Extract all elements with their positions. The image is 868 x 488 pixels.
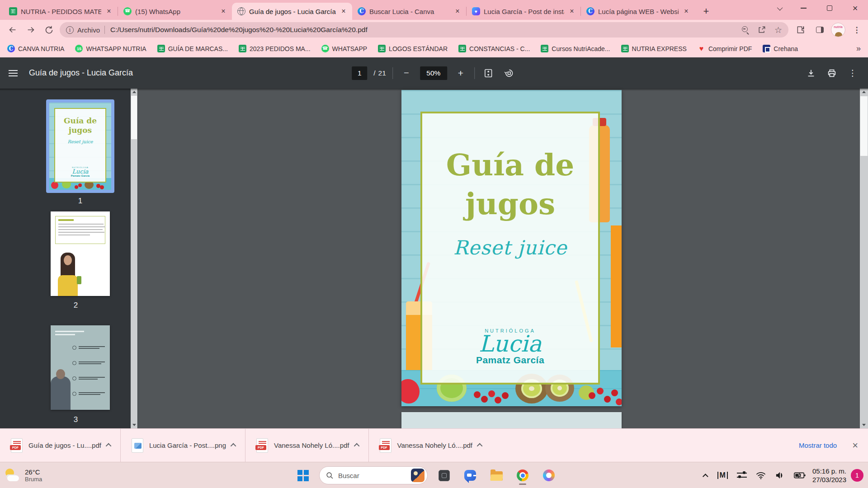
- thumbnail-page-3[interactable]: [51, 325, 110, 410]
- scroll-up-button[interactable]: [860, 89, 868, 95]
- tab-buscar-lucia-canva[interactable]: Buscar Lucia - Canva: [352, 3, 466, 20]
- scroll-down-button[interactable]: [860, 422, 868, 428]
- search-highlight-image[interactable]: [411, 469, 425, 482]
- bookmark-whatsapp[interactable]: WHATSAPP: [321, 45, 368, 52]
- bookmark-guia-de-marcas[interactable]: GUÍA DE MARCAS...: [157, 45, 228, 52]
- canva-icon: [7, 45, 15, 52]
- pdf-page-1[interactable]: Guía de jugos Reset juice NUTRIÓLOGA Luc…: [401, 90, 622, 406]
- reload-button[interactable]: [40, 22, 58, 38]
- download-item-4[interactable]: PDF Vanessa Nohely Ló....pdf: [369, 429, 492, 462]
- taskbar-file-explorer[interactable]: [486, 465, 506, 485]
- taskbar-chrome[interactable]: [513, 465, 533, 485]
- taskbar-chat[interactable]: [460, 465, 480, 485]
- thumbnail-page-1-selected[interactable]: Guía dejugos Reset juice NUTRIÓLOGA Luci…: [46, 99, 114, 193]
- bookmark-constancias[interactable]: CONSTANCIAS - C...: [458, 45, 530, 52]
- close-icon[interactable]: [682, 7, 690, 15]
- download-item-2[interactable]: Lucia García - Post....png: [121, 429, 245, 462]
- bookmark-whatsapp-nutria[interactable]: 15 WHATSAPP NUTRIA: [75, 45, 146, 52]
- tab-lucia-pagina-web[interactable]: Lucía página WEB - Website: [581, 3, 695, 20]
- taskbar-colorful-app[interactable]: [539, 465, 559, 485]
- brand-script: Lucia: [422, 333, 598, 355]
- extensions-button[interactable]: [793, 22, 808, 38]
- pdf-more-options-button[interactable]: [845, 66, 860, 80]
- zoom-out-icon[interactable]: [742, 26, 749, 33]
- close-icon[interactable]: [219, 7, 227, 15]
- scrollbar-thumb[interactable]: [131, 96, 137, 139]
- chevron-up-icon[interactable]: [477, 443, 483, 449]
- tab-guia-de-jugos-active[interactable]: Guía de jugos - Lucia García: [232, 3, 352, 20]
- bookmark-cursos-nutriacade[interactable]: Cursos NutriAcade...: [541, 45, 610, 52]
- forward-button[interactable]: [22, 22, 40, 38]
- share-icon[interactable]: [757, 25, 766, 34]
- bookmark-nutria-express[interactable]: NUTRIA EXPRESS: [621, 45, 687, 52]
- pdf-menu-button[interactable]: [0, 57, 26, 89]
- zoom-in-button[interactable]: [453, 66, 468, 80]
- battery-button[interactable]: [792, 466, 808, 484]
- start-button[interactable]: [293, 465, 313, 485]
- download-item-3[interactable]: PDF Vanessa Nohely Ló....pdf: [245, 429, 368, 462]
- bookmark-star-icon[interactable]: [774, 25, 782, 35]
- page-info-icon[interactable]: [66, 26, 74, 34]
- window-close-button[interactable]: [842, 0, 868, 16]
- zoom-out-button[interactable]: [399, 66, 414, 80]
- whatsapp-icon: [321, 45, 329, 52]
- bookmark-logos-estandar[interactable]: LOGOS ESTÁNDAR: [378, 45, 448, 52]
- chevron-up-icon[interactable]: [106, 443, 112, 449]
- fit-to-page-button[interactable]: [481, 66, 495, 80]
- download-button[interactable]: [804, 66, 818, 80]
- divider: [474, 67, 475, 79]
- address-bar[interactable]: Archivo C:/Users/nutri/Downloads/Guía%20…: [60, 22, 788, 38]
- download-item-1[interactable]: PDF Guía de jugos - Lu....pdf: [0, 429, 120, 462]
- tab-nutria-pedidos[interactable]: NUTRIA - PEDIDOS MATERI: [4, 3, 118, 20]
- notification-count-badge[interactable]: 1: [851, 469, 863, 482]
- taskbar-weather-widget[interactable]: 26°C Bruma: [5, 462, 42, 488]
- rotate-button[interactable]: [502, 66, 516, 80]
- side-panel-button[interactable]: [812, 22, 827, 38]
- maximize-button[interactable]: [816, 0, 842, 16]
- scroll-down-button[interactable]: [131, 422, 137, 428]
- tab-whatsapp[interactable]: (15) WhatsApp: [118, 3, 232, 20]
- taskbar-app-window[interactable]: [434, 465, 454, 485]
- new-tab-button[interactable]: [699, 5, 713, 18]
- tray-mixer[interactable]: [735, 466, 749, 484]
- minimize-button[interactable]: [791, 0, 816, 16]
- close-icon[interactable]: [568, 7, 576, 15]
- hidden-icons-button[interactable]: [702, 466, 711, 484]
- scrollbar-thumb[interactable]: [860, 96, 868, 156]
- wifi-icon: [756, 471, 766, 479]
- print-button[interactable]: [825, 66, 839, 80]
- pdf-page-2-partial[interactable]: [401, 412, 622, 428]
- bookmarks-overflow-button[interactable]: [856, 44, 861, 53]
- close-icon[interactable]: [105, 7, 113, 15]
- scroll-up-button[interactable]: [131, 89, 137, 95]
- zoom-level[interactable]: 50%: [420, 66, 447, 80]
- browser-menu-button[interactable]: [849, 22, 864, 38]
- bookmark-comprimir-pdf[interactable]: Comprimir PDF: [698, 45, 752, 52]
- taskbar-clock[interactable]: 05:16 p. m. 27/03/2023: [812, 467, 846, 484]
- bookmark-2023-pedidos[interactable]: 2023 PEDIDOS MA...: [239, 45, 311, 52]
- sidebar-scrollbar[interactable]: [131, 89, 137, 428]
- whatsapp-icon: [123, 7, 132, 15]
- chevron-up-icon[interactable]: [231, 443, 236, 449]
- taskbar-search[interactable]: Buscar: [319, 466, 428, 484]
- tab-search-button[interactable]: [770, 0, 791, 16]
- tab-lucia-post-instagram[interactable]: Lucia García - Post de instag: [467, 3, 580, 20]
- close-icon[interactable]: [340, 7, 348, 15]
- bookmark-canva-nutria[interactable]: CANVA NUTRIA: [7, 45, 64, 52]
- chevron-up-icon[interactable]: [354, 443, 359, 449]
- back-button[interactable]: [4, 22, 22, 38]
- page-number-input[interactable]: 1: [352, 66, 367, 80]
- thumbnail-page-2[interactable]: [51, 211, 110, 296]
- document-scrollbar[interactable]: [860, 89, 868, 428]
- profile-avatar[interactable]: nutria: [831, 23, 845, 37]
- tab-title: Lucía página WEB - Website: [598, 8, 679, 15]
- network-button[interactable]: [754, 466, 768, 484]
- show-all-downloads-button[interactable]: Mostrar todo: [799, 441, 837, 449]
- volume-button[interactable]: [773, 466, 787, 484]
- tray-app-m[interactable]: M: [715, 466, 730, 484]
- close-icon[interactable]: [453, 7, 462, 15]
- close-downloads-bar-button[interactable]: [852, 440, 858, 451]
- tab-strip: NUTRIA - PEDIDOS MATERI (15) WhatsApp Gu…: [0, 0, 868, 20]
- url-text[interactable]: C:/Users/nutri/Downloads/Guía%20de%20jug…: [110, 26, 737, 34]
- bookmark-crehana[interactable]: Crehana: [763, 45, 798, 52]
